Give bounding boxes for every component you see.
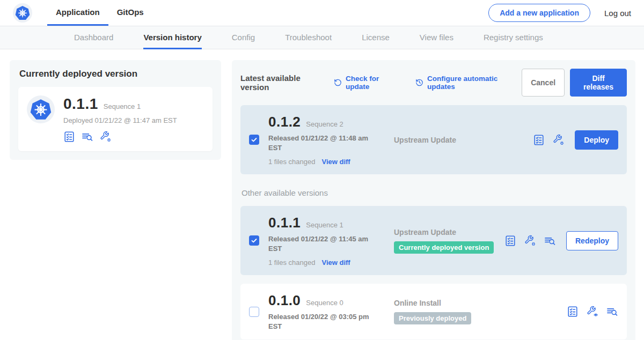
deployed-panel-title: Currently deployed version bbox=[19, 69, 213, 79]
logout-link[interactable]: Log out bbox=[604, 9, 631, 18]
deploy-button[interactable]: Deploy bbox=[575, 130, 618, 150]
deployed-sequence: Sequence 1 bbox=[104, 102, 141, 110]
version-source-label: Upstream Update bbox=[394, 136, 533, 144]
version-source-label: Upstream Update bbox=[394, 228, 504, 236]
top-header: Application GitOps Add a new application… bbox=[0, 0, 644, 26]
deploy-logs-icon[interactable] bbox=[82, 131, 93, 143]
version-sequence: Sequence 1 bbox=[306, 221, 343, 229]
preflight-checklist-icon[interactable] bbox=[567, 306, 579, 317]
view-diff-link[interactable]: View diff bbox=[321, 158, 350, 166]
deploy-logs-icon[interactable] bbox=[544, 235, 556, 247]
version-sequence: Sequence 2 bbox=[306, 120, 343, 128]
nav-tab-application[interactable]: Application bbox=[47, 0, 108, 26]
app-subnav: Dashboard Version history Config Trouble… bbox=[0, 26, 644, 49]
configure-updates-label: Configure automatic updates bbox=[427, 75, 522, 91]
preflight-checklist-icon[interactable] bbox=[63, 131, 75, 143]
redeploy-button[interactable]: Redeploy bbox=[566, 231, 618, 250]
version-source-label: Online Install bbox=[394, 299, 567, 307]
version-row-0-1-1: 0.1.1 Sequence 1 Released 01/21/22 @ 11:… bbox=[240, 206, 627, 275]
released-timestamp: Released 01/20/22 @ 03:05 pm EST bbox=[268, 312, 370, 331]
version-row-0-1-2: 0.1.2 Sequence 2 Released 01/21/22 @ 11:… bbox=[240, 105, 627, 174]
deploy-logs-icon[interactable] bbox=[606, 306, 618, 317]
preflight-checklist-icon[interactable] bbox=[533, 134, 545, 146]
checkmark-icon bbox=[251, 136, 258, 143]
released-timestamp: Released 01/21/22 @ 11:45 am EST bbox=[268, 234, 370, 253]
view-diff-link[interactable]: View diff bbox=[321, 258, 350, 267]
deployed-timestamp: Deployed 01/21/22 @ 11:47 am EST bbox=[63, 116, 177, 124]
currently-deployed-panel: Currently deployed version 0.1.1 Sequenc… bbox=[10, 60, 221, 160]
kubernetes-app-icon bbox=[27, 95, 55, 123]
version-number: 0.1.0 bbox=[268, 292, 301, 309]
released-timestamp: Released 01/21/22 @ 11:48 am EST bbox=[268, 134, 370, 152]
available-versions-panel: Latest available version Check for updat… bbox=[232, 60, 635, 340]
config-gear-icon[interactable] bbox=[100, 131, 112, 143]
available-versions-title: Latest available version bbox=[240, 73, 326, 92]
check-for-update-link[interactable]: Check for update bbox=[334, 75, 401, 91]
nav-tab-application-label: Application bbox=[56, 8, 100, 17]
deployed-version-card: 0.1.1 Sequence 1 Deployed 01/21/22 @ 11:… bbox=[18, 87, 213, 151]
cancel-button[interactable]: Cancel bbox=[522, 69, 565, 97]
previously-deployed-badge: Previously deployed bbox=[394, 312, 471, 324]
config-view-icon[interactable] bbox=[587, 306, 598, 317]
tab-license[interactable]: License bbox=[362, 26, 390, 49]
check-for-update-label: Check for update bbox=[346, 75, 401, 91]
refresh-icon bbox=[334, 78, 342, 87]
nav-tab-gitops[interactable]: GitOps bbox=[108, 0, 152, 26]
deployed-version-number: 0.1.1 bbox=[63, 95, 98, 113]
kubernetes-icon bbox=[13, 3, 32, 23]
add-application-button[interactable]: Add a new application bbox=[488, 4, 590, 22]
config-gear-icon[interactable] bbox=[524, 235, 536, 247]
version-checkbox-0-1-2[interactable] bbox=[249, 135, 259, 145]
app-logo bbox=[13, 0, 32, 26]
diff-releases-button[interactable]: Diff releases bbox=[570, 69, 627, 97]
currently-deployed-badge: Currently deployed version bbox=[394, 241, 494, 254]
tab-view-files[interactable]: View files bbox=[420, 26, 453, 49]
tab-dashboard[interactable]: Dashboard bbox=[74, 26, 113, 49]
other-versions-title: Other available versions bbox=[241, 188, 627, 197]
tab-version-history[interactable]: Version history bbox=[143, 26, 201, 49]
version-row-0-1-0: 0.1.0 Sequence 0 Released 01/20/22 @ 03:… bbox=[240, 284, 627, 339]
version-checkbox-0-1-0[interactable] bbox=[249, 307, 259, 317]
files-changed-label: 1 files changed bbox=[268, 158, 315, 166]
tab-troubleshoot[interactable]: Troubleshoot bbox=[285, 26, 332, 49]
nav-tab-gitops-label: GitOps bbox=[117, 8, 144, 17]
config-gear-icon[interactable] bbox=[553, 134, 565, 146]
checkmark-icon bbox=[251, 237, 258, 244]
version-sequence: Sequence 0 bbox=[306, 299, 343, 307]
version-number: 0.1.1 bbox=[268, 215, 301, 231]
version-number: 0.1.2 bbox=[268, 114, 301, 130]
preflight-checklist-icon[interactable] bbox=[504, 235, 516, 247]
tab-config[interactable]: Config bbox=[232, 26, 255, 49]
schedule-refresh-icon bbox=[415, 78, 423, 87]
tab-registry-settings[interactable]: Registry settings bbox=[484, 26, 543, 49]
files-changed-label: 1 files changed bbox=[268, 258, 315, 267]
configure-automatic-updates-link[interactable]: Configure automatic updates bbox=[415, 75, 522, 91]
version-checkbox-0-1-1[interactable] bbox=[249, 235, 259, 246]
